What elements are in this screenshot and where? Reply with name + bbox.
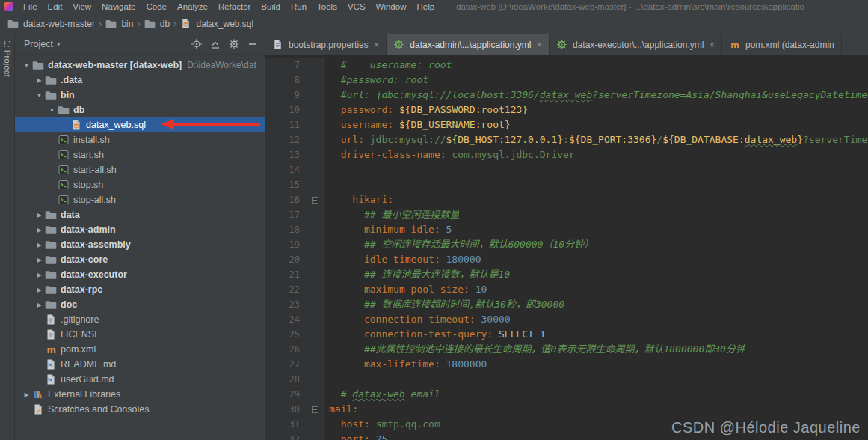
line-number: 9 — [265, 88, 307, 103]
code-line[interactable]: 9 #url: jdbc:mysql://localhost:3306/data… — [265, 88, 868, 103]
menu-build[interactable]: Build — [256, 2, 286, 11]
code-line[interactable]: 18 minimum-idle: 5 — [265, 222, 868, 237]
tree-item-stop-all-sh[interactable]: stop-all.sh — [15, 192, 265, 207]
tree-item-license[interactable]: LICENSE — [15, 327, 265, 342]
code-line[interactable]: 21 ## 连接池最大连接数，默认是10 — [265, 267, 868, 282]
tree-item-data[interactable]: ▶data — [15, 207, 265, 222]
tree-item-datax-web-master-datax-web[interactable]: ▼datax-web-master [datax-web]D:\ideaWork… — [15, 58, 265, 73]
code-editor[interactable]: 7 # username: root8 #password: root9 #ur… — [265, 55, 868, 440]
code-line[interactable]: 13 driver-class-name: com.mysql.jdbc.Dri… — [265, 147, 868, 162]
tree-item-data[interactable]: ▶.data — [15, 73, 265, 88]
code-line[interactable]: 17 ## 最小空闲连接数量 — [265, 207, 868, 222]
chevron-right-icon[interactable]: ▶ — [21, 391, 32, 398]
code-line[interactable]: 22 maximum-pool-size: 10 — [265, 282, 868, 297]
tree-item-doc[interactable]: ▶doc — [15, 297, 265, 312]
code-line[interactable]: 28 — [265, 372, 868, 387]
menu-file[interactable]: File — [18, 2, 43, 11]
tree-item-datax-assembly[interactable]: ▶datax-assembly — [15, 237, 265, 252]
tree-item-datax-core[interactable]: ▶datax-core — [15, 252, 265, 267]
code-line[interactable]: 26 ##此属性控制池中连接的最长生命周期，值0表示无限生命周期，默认18000… — [265, 342, 868, 357]
code-line[interactable]: 25 connection-test-query: SELECT 1 — [265, 327, 868, 342]
chevron-right-icon[interactable]: ▶ — [34, 287, 45, 293]
tree-item-bin[interactable]: ▼bin — [15, 88, 265, 103]
code-line[interactable]: 8 #password: root — [265, 73, 868, 88]
code-line[interactable]: 30−mail: — [265, 402, 868, 417]
collapse-all-icon[interactable] — [209, 38, 221, 50]
tree-item-readme-md[interactable]: README.md — [15, 357, 265, 372]
menu-help[interactable]: Help — [411, 2, 440, 11]
chevron-right-icon[interactable]: ▶ — [34, 212, 45, 219]
menu-tools[interactable]: Tools — [312, 2, 342, 11]
tree-item-datax-admin[interactable]: ▶datax-admin — [15, 222, 265, 237]
chevron-down-icon[interactable]: ▼ — [21, 62, 32, 69]
tab-datax-executor-application-yml[interactable]: datax-executor\...\application.yml× — [550, 34, 722, 55]
line-number: 20 — [265, 252, 307, 267]
code-line[interactable]: 11 username: ${DB_USERNAME:root} — [265, 117, 868, 132]
chevron-down-icon[interactable]: ▾ — [57, 40, 61, 48]
tree-item-scratches-and-consoles[interactable]: Scratches and Consoles — [15, 402, 265, 417]
menu-navigate[interactable]: Navigate — [96, 2, 141, 11]
chevron-right-icon[interactable]: ▶ — [34, 272, 45, 278]
menu-edit[interactable]: Edit — [43, 2, 68, 11]
fold-icon[interactable]: − — [307, 192, 324, 207]
tree-item-gitignore[interactable]: .gitignore — [15, 312, 265, 327]
breadcrumb-item-db[interactable]: db — [144, 18, 170, 29]
maven-file-icon: m — [729, 39, 740, 50]
tree-item-pom-xml[interactable]: mpom.xml — [15, 342, 265, 357]
tree-item-stop-sh[interactable]: stop.sh — [15, 177, 265, 192]
breadcrumb-item-bin[interactable]: bin — [105, 18, 133, 29]
tab-pom-xml-datax-admin[interactable]: mpom.xml (datax-admin — [722, 34, 842, 55]
chevron-right-icon[interactable]: ▶ — [34, 302, 45, 308]
chevron-down-icon[interactable]: ▼ — [34, 92, 45, 99]
code-line[interactable]: 7 # username: root — [265, 58, 868, 73]
chevron-right-icon[interactable]: ▶ — [34, 242, 45, 248]
menu-run[interactable]: Run — [286, 2, 312, 11]
menu-analyze[interactable]: Analyze — [172, 2, 213, 11]
close-icon[interactable]: × — [709, 40, 715, 49]
code-line[interactable]: 29 # datax-web email — [265, 387, 868, 402]
tree-item-datax-executor[interactable]: ▶datax-executor — [15, 267, 265, 282]
chevron-right-icon[interactable]: ▶ — [34, 257, 45, 263]
menu-window[interactable]: Window — [371, 2, 412, 11]
tree-item-start-sh[interactable]: start.sh — [15, 147, 265, 162]
code-line[interactable]: 20 idle-timeout: 180000 — [265, 252, 868, 267]
code-line[interactable]: 14 — [265, 162, 868, 177]
hide-icon[interactable] — [247, 38, 259, 50]
tree-item-datax-web-sql[interactable]: datax_web.sql — [15, 117, 265, 132]
tab-bootstrap-properties[interactable]: bootstrap.properties× — [265, 34, 387, 55]
code-line[interactable]: 19 ## 空闲连接存活最大时间，默认600000（10分钟） — [265, 237, 868, 252]
menu-code[interactable]: Code — [141, 2, 172, 11]
tree-item-datax-rpc[interactable]: ▶datax-rpc — [15, 282, 265, 297]
chevron-right-icon[interactable]: ▶ — [34, 227, 45, 233]
fold-icon[interactable]: − — [307, 402, 324, 417]
project-panel-title[interactable]: Project — [24, 39, 53, 49]
tree-item-external-libraries[interactable]: ▶External Libraries — [15, 387, 265, 402]
chevron-right-icon[interactable]: ▶ — [34, 77, 45, 84]
code-line[interactable]: 16− hikari: — [265, 192, 868, 207]
code-line[interactable]: 15 — [265, 177, 868, 192]
line-number: 27 — [265, 357, 307, 372]
tree-item-install-sh[interactable]: install.sh — [15, 132, 265, 147]
close-icon[interactable]: × — [536, 40, 542, 49]
code-line[interactable]: 12 url: jdbc:mysql://${DB_HOST:127.0.0.1… — [265, 132, 868, 147]
code-line[interactable]: 24 connection-timeout: 30000 — [265, 312, 868, 327]
menu-view[interactable]: View — [67, 2, 96, 11]
tool-strip-project-button[interactable]: 1: Project — [3, 40, 12, 77]
editor-tabs: bootstrap.properties×datax-admin\...\app… — [265, 34, 868, 55]
close-icon[interactable]: × — [374, 40, 380, 49]
menu-vcs[interactable]: VCS — [342, 2, 371, 11]
tree-item-start-all-sh[interactable]: start-all.sh — [15, 162, 265, 177]
code-line[interactable]: 10 password: ${DB_PASSWORD:root123} — [265, 103, 868, 117]
left-tool-strip: 1: Project — [0, 34, 15, 440]
settings-icon[interactable] — [228, 38, 240, 50]
tab-datax-admin-application-yml[interactable]: datax-admin\...\application.yml× — [387, 34, 550, 55]
code-line[interactable]: 27 max-lifetime: 1800000 — [265, 357, 868, 372]
menu-refactor[interactable]: Refactor — [213, 2, 256, 11]
tree-item-userguid-md[interactable]: userGuid.md — [15, 372, 265, 387]
code-line[interactable]: 23 ## 数据库连接超时时间,默认30秒，即30000 — [265, 297, 868, 312]
breadcrumb-item-datax-web-sql[interactable]: datax_web.sql — [180, 18, 253, 29]
locate-icon[interactable] — [191, 38, 203, 50]
tree-item-db[interactable]: ▼db — [15, 103, 265, 117]
chevron-down-icon[interactable]: ▼ — [46, 107, 58, 114]
breadcrumb-item-datax-web-master[interactable]: datax-web-master — [7, 18, 95, 29]
